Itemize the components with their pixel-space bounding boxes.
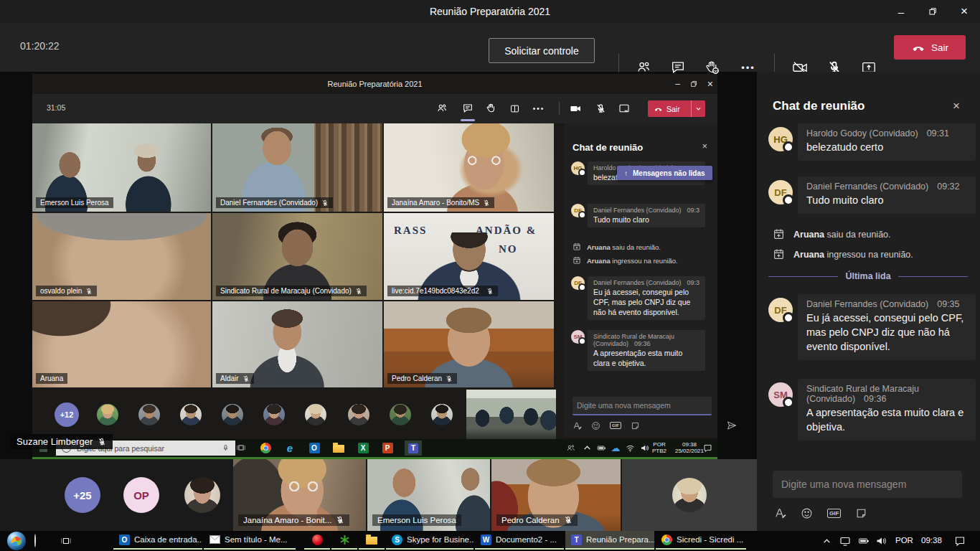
participant-avatar[interactable] <box>305 404 326 425</box>
onedrive-cloud-icon[interactable]: ☁ <box>610 442 621 453</box>
more-options-button[interactable]: ••• <box>740 59 757 76</box>
video-tile[interactable] <box>622 459 757 531</box>
inner-minimize-button[interactable]: – <box>675 79 680 89</box>
taskbar-button-file-explorer[interactable] <box>359 531 385 550</box>
video-tile[interactable]: Pedro Calderan <box>491 459 621 531</box>
request-control-button[interactable]: Solicitar controle <box>489 38 595 63</box>
taskbar-button-red-app[interactable] <box>304 531 330 550</box>
video-tile[interactable]: osvaldo plein <box>32 213 211 300</box>
sticker-icon[interactable] <box>631 421 640 430</box>
emoji-icon[interactable] <box>801 507 813 519</box>
word-icon: W <box>481 534 491 545</box>
format-icon[interactable] <box>573 421 582 430</box>
overflow-participants-badge[interactable]: +25 <box>65 477 100 513</box>
unread-messages-banner[interactable]: ↑ Mensagens não lidas <box>617 166 712 180</box>
participant-avatar[interactable] <box>184 477 220 513</box>
powerpoint-icon[interactable]: P <box>382 442 393 453</box>
video-tile[interactable]: Daniel Fernandes (Convidado) <box>212 123 382 212</box>
message-author: Daniel Fernandes (Convidado) <box>593 279 682 286</box>
taskbar-button-label: Sicredi - Sicredi ... <box>677 535 743 544</box>
taskbar-button-message[interactable]: Sem título - Me... <box>204 531 296 550</box>
inner-reactions-button[interactable] <box>485 102 498 115</box>
minimize-button[interactable]: – <box>885 0 917 23</box>
send-icon[interactable] <box>727 420 737 430</box>
video-tile[interactable]: Emerson Luis Perosa <box>367 459 490 531</box>
inner-close-button[interactable]: × <box>707 78 713 90</box>
wifi-icon[interactable] <box>624 442 636 453</box>
taskbar-button-teams-active[interactable]: T Reunião Prepara... <box>565 531 654 550</box>
chrome-icon[interactable] <box>260 442 271 453</box>
inner-leave-dropdown[interactable] <box>691 100 705 117</box>
participant-avatar[interactable] <box>263 404 285 425</box>
notification-center-icon[interactable] <box>702 442 713 453</box>
participant-avatar[interactable] <box>390 404 411 425</box>
tray-chevron-icon[interactable] <box>581 442 593 453</box>
excel-icon[interactable]: X <box>357 442 369 453</box>
taskbar-button-word[interactable]: W Documento2 - ... <box>475 531 564 550</box>
participant-initials-avatar[interactable]: OP <box>123 477 159 513</box>
inner-stop-share-button[interactable] <box>618 102 631 115</box>
inner-more-options-button[interactable]: ••• <box>532 102 545 115</box>
file-explorer-icon[interactable] <box>333 442 344 453</box>
people-tray-icon[interactable] <box>565 442 576 453</box>
video-tile[interactable]: Emerson Luis Perosa <box>32 123 211 212</box>
inner-chat-close-icon[interactable]: × <box>702 141 707 151</box>
chat-message-input[interactable] <box>773 471 962 498</box>
participant-avatar[interactable] <box>138 404 160 425</box>
inner-rooms-button[interactable] <box>508 102 521 115</box>
sticker-icon[interactable] <box>855 507 867 519</box>
restore-button[interactable] <box>917 0 948 23</box>
language-indicator[interactable]: PORPTB2 <box>652 441 666 454</box>
taskbar-button-green-app[interactable] <box>331 531 357 550</box>
start-button[interactable] <box>7 532 26 550</box>
video-tile[interactable]: Janaína Amaro - Bonit... <box>233 459 366 531</box>
task-view-icon[interactable] <box>235 442 247 453</box>
inner-restore-button[interactable] <box>690 80 697 88</box>
teams-icon-active[interactable]: T <box>405 441 422 456</box>
taskbar-button-outlook[interactable]: O Caixa de entrada... <box>113 531 202 550</box>
gif-icon[interactable]: GIF <box>827 509 841 518</box>
participant-avatar[interactable] <box>348 404 369 425</box>
meeting-room-video-tile[interactable] <box>466 390 556 439</box>
cortana-button[interactable] <box>34 534 36 547</box>
emoji-icon[interactable] <box>591 421 600 430</box>
clock-indicator[interactable]: 09:38 <box>921 536 942 545</box>
video-tile[interactable]: Pedro Calderan <box>384 301 554 387</box>
tray-chevron-icon[interactable] <box>822 537 831 546</box>
participant-avatar[interactable] <box>222 404 243 425</box>
battery-icon[interactable] <box>858 535 870 547</box>
inner-chat-button[interactable] <box>461 102 474 115</box>
taskbar-button-skype[interactable]: S Skype for Busine... <box>386 531 473 550</box>
inner-participants-button[interactable] <box>435 102 448 115</box>
video-tile[interactable]: Janaína Amaro - Bonito/MS <box>384 123 554 212</box>
task-view-button[interactable] <box>60 535 72 547</box>
participant-avatar[interactable] <box>431 404 453 425</box>
video-tile[interactable]: Aldair <box>212 301 382 387</box>
inner-leave-call-button[interactable]: Sair <box>648 100 705 117</box>
inner-chat-message-input[interactable] <box>573 397 712 415</box>
video-tile[interactable]: Aruana <box>32 301 211 387</box>
message-text: A apresentação esta muito clara e objeti… <box>593 348 699 368</box>
chat-panel-close-icon[interactable]: × <box>953 99 960 113</box>
video-tile[interactable]: Sindicato Rural de Maracaju (Convidado) <box>212 213 382 300</box>
internet-explorer-icon[interactable]: e <box>284 442 296 453</box>
participant-avatar[interactable] <box>97 404 118 425</box>
format-icon[interactable] <box>774 507 786 519</box>
inner-mic-button[interactable] <box>594 102 607 115</box>
leave-call-button[interactable]: Sair <box>894 35 966 60</box>
overflow-participants-badge[interactable]: +12 <box>55 402 79 427</box>
network-icon[interactable] <box>839 535 851 547</box>
chat-icon <box>462 103 473 114</box>
video-tile[interactable]: RASS ANDÃO & NO live:cid.7e149bdc0843e2d… <box>384 213 554 300</box>
volume-icon[interactable] <box>639 442 650 453</box>
battery-icon[interactable] <box>595 442 607 453</box>
outlook-icon[interactable]: O <box>308 442 320 453</box>
notification-center-icon[interactable] <box>954 535 966 547</box>
participant-avatar[interactable] <box>180 404 202 425</box>
taskbar-button-chrome[interactable]: Sicredi - Sicredi ... <box>656 531 746 550</box>
close-button[interactable]: × <box>948 0 980 23</box>
inner-camera-button[interactable] <box>569 102 582 115</box>
gif-icon[interactable]: GIF <box>610 422 621 429</box>
language-indicator[interactable]: POR <box>895 536 913 545</box>
volume-icon[interactable] <box>875 535 887 547</box>
